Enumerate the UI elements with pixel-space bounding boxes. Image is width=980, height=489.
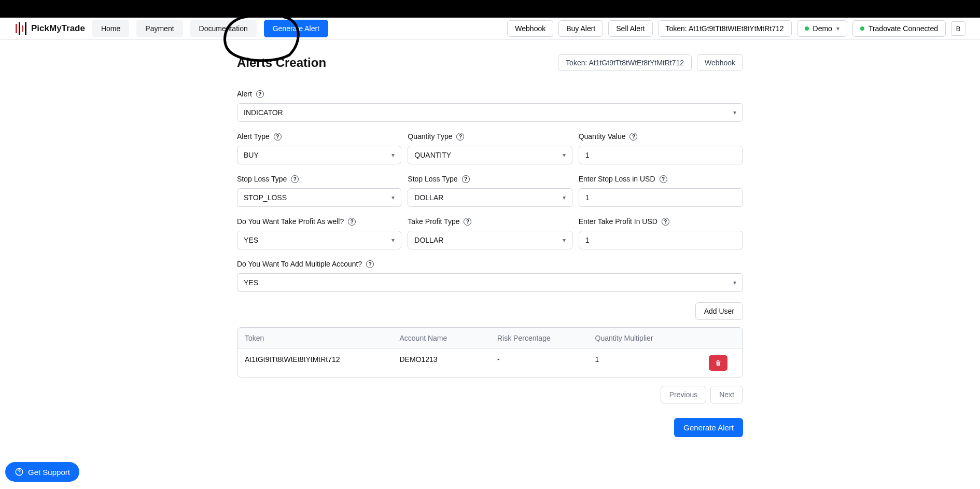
nav-payment[interactable]: Payment bbox=[136, 20, 183, 37]
account-name: Demo bbox=[813, 24, 832, 33]
stop-loss-type-1-select[interactable]: STOP_LOSS ▾ bbox=[237, 188, 401, 207]
table-header: Token Account Name Risk Percentage Quant… bbox=[237, 328, 743, 348]
svg-rect-0 bbox=[16, 24, 17, 33]
help-icon[interactable]: ? bbox=[464, 218, 471, 226]
stop-loss-type-2-label: Stop Loss Type ? bbox=[408, 175, 572, 183]
svg-rect-1 bbox=[19, 22, 20, 35]
next-button[interactable]: Next bbox=[710, 386, 743, 403]
th-risk: Risk Percentage bbox=[490, 328, 588, 348]
alert-type-label: Alert Type ? bbox=[237, 132, 401, 141]
header-sell-alert-button[interactable]: Sell Alert bbox=[608, 20, 652, 37]
chevron-down-icon: ▾ bbox=[563, 151, 566, 159]
chevron-down-icon: ▾ bbox=[733, 279, 736, 286]
help-icon[interactable]: ? bbox=[291, 175, 299, 183]
alert-select[interactable]: INDICATOR ▾ bbox=[237, 103, 743, 122]
take-profit-type-label: Take Profit Type ? bbox=[408, 217, 572, 226]
td-risk: - bbox=[490, 348, 588, 377]
account-selector[interactable]: Demo ▾ bbox=[797, 20, 847, 37]
stop-loss-usd-label: Enter Stop Loss in USD ? bbox=[579, 175, 743, 183]
nav-home[interactable]: Home bbox=[92, 20, 129, 37]
connection-label: Tradovate Connected bbox=[869, 24, 938, 33]
chevron-down-icon: ▾ bbox=[563, 194, 566, 201]
avatar[interactable]: B bbox=[951, 21, 965, 36]
help-icon[interactable]: ? bbox=[662, 218, 669, 226]
header-token-chip[interactable]: Token: At1tGt9tTt8tWtEt8tYtMtRt712 bbox=[658, 20, 792, 37]
help-icon[interactable]: ? bbox=[456, 133, 464, 141]
chevron-down-icon: ▾ bbox=[733, 109, 736, 116]
help-icon[interactable]: ? bbox=[366, 260, 374, 268]
help-icon[interactable]: ? bbox=[660, 175, 667, 183]
header-webhook-button[interactable]: Webhook bbox=[507, 20, 553, 37]
header: PickMyTrade Home Payment Documentation G… bbox=[0, 18, 980, 40]
get-support-button[interactable]: Get Support bbox=[5, 462, 79, 468]
main-content: Alerts Creation Token: At1tGt9tTt8tWtEt8… bbox=[232, 54, 748, 437]
take-profit-want-select[interactable]: YES ▾ bbox=[237, 231, 401, 249]
stop-loss-type-2-select[interactable]: DOLLAR ▾ bbox=[408, 188, 572, 207]
previous-button[interactable]: Previous bbox=[661, 386, 706, 403]
take-profit-type-select[interactable]: DOLLAR ▾ bbox=[408, 231, 572, 249]
os-topbar bbox=[0, 0, 980, 18]
svg-rect-3 bbox=[25, 22, 26, 35]
multiple-account-label: Do You Want To Add Multiple Account? ? bbox=[237, 260, 743, 268]
alert-label: Alert ? bbox=[237, 90, 743, 98]
header-right: Webhook Buy Alert Sell Alert Token: At1t… bbox=[507, 20, 965, 37]
th-account: Account Name bbox=[392, 328, 490, 348]
status-dot-icon bbox=[805, 26, 809, 31]
support-icon bbox=[15, 467, 24, 468]
quantity-value-input[interactable] bbox=[579, 146, 743, 164]
help-icon[interactable]: ? bbox=[256, 90, 264, 98]
header-buy-alert-button[interactable]: Buy Alert bbox=[558, 20, 603, 37]
accounts-table: Token Account Name Risk Percentage Quant… bbox=[237, 327, 743, 378]
chevron-down-icon: ▾ bbox=[391, 151, 395, 159]
stop-loss-type-1-label: Stop Loss Type ? bbox=[237, 175, 401, 183]
nav-documentation[interactable]: Documentation bbox=[190, 20, 257, 37]
pagination: Previous Next bbox=[237, 386, 743, 403]
th-qty-mult: Quantity Multiplier bbox=[588, 328, 694, 348]
page-title: Alerts Creation bbox=[237, 55, 326, 70]
chevron-down-icon: ▾ bbox=[391, 236, 395, 244]
quantity-type-label: Quantity Type ? bbox=[408, 132, 572, 141]
stop-loss-usd-input[interactable] bbox=[579, 188, 743, 207]
quantity-value-label: Quantity Value ? bbox=[579, 132, 743, 141]
quantity-type-select[interactable]: QUANTITY ▾ bbox=[408, 146, 572, 164]
multiple-account-select[interactable]: YES ▾ bbox=[237, 273, 743, 292]
take-profit-usd-input[interactable] bbox=[579, 231, 743, 249]
help-icon[interactable]: ? bbox=[274, 133, 282, 141]
th-token: Token bbox=[237, 328, 392, 348]
chevron-down-icon: ▾ bbox=[563, 236, 566, 244]
delete-row-button[interactable] bbox=[709, 355, 727, 371]
td-token: At1tGt9tTt8tWtEt8tYtMtRt712 bbox=[237, 348, 392, 377]
page-token-badge[interactable]: Token: At1tGt9tTt8tWtEt8tYtMtRt712 bbox=[558, 54, 692, 71]
help-icon[interactable]: ? bbox=[462, 175, 470, 183]
connection-status[interactable]: Tradovate Connected bbox=[852, 20, 946, 37]
help-icon[interactable]: ? bbox=[348, 218, 356, 226]
generate-alert-button[interactable]: Generate Alert bbox=[674, 418, 743, 437]
add-user-button[interactable]: Add User bbox=[695, 302, 743, 320]
nav-generate-alert[interactable]: Generate Alert bbox=[264, 20, 328, 37]
chevron-down-icon: ▾ bbox=[391, 194, 395, 201]
table-row: At1tGt9tTt8tWtEt8tYtMtRt712 DEMO1213 - 1 bbox=[237, 348, 743, 377]
take-profit-want-label: Do You Want Take Profit As well? ? bbox=[237, 217, 401, 226]
chevron-down-icon: ▾ bbox=[836, 25, 839, 32]
help-icon[interactable]: ? bbox=[629, 133, 637, 141]
brand-name: PickMyTrade bbox=[31, 23, 85, 34]
svg-rect-2 bbox=[22, 25, 23, 32]
status-dot-icon bbox=[860, 26, 864, 31]
take-profit-usd-label: Enter Take Profit In USD ? bbox=[579, 217, 743, 226]
header-left: PickMyTrade Home Payment Documentation G… bbox=[15, 20, 328, 37]
brand-logo[interactable]: PickMyTrade bbox=[15, 22, 85, 35]
trash-icon bbox=[715, 359, 722, 367]
td-account: DEMO1213 bbox=[392, 348, 490, 377]
page-webhook-badge[interactable]: Webhook bbox=[697, 54, 743, 71]
td-qty-mult: 1 bbox=[588, 348, 694, 377]
alert-type-select[interactable]: BUY ▾ bbox=[237, 146, 401, 164]
brand-icon bbox=[15, 22, 29, 35]
